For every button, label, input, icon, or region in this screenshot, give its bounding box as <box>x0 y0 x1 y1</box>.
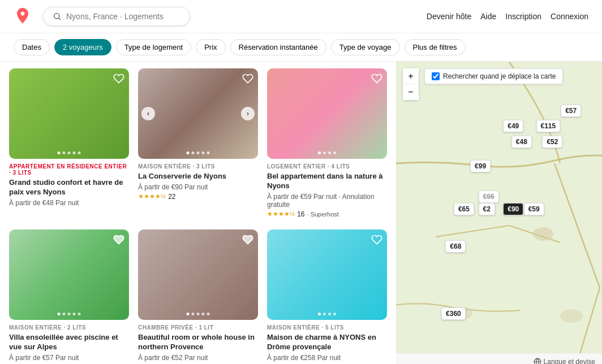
map-price-10[interactable]: €90 <box>503 203 523 215</box>
listing-price-5: À partir de €52 Par nuit <box>138 354 258 362</box>
map-price-1[interactable]: €49 <box>503 120 523 132</box>
stars-2: ★★★★½ <box>138 193 166 200</box>
listing-image-6 <box>267 229 387 320</box>
listing-rating-3: ★★★★½ 16 · Superhost <box>267 210 387 218</box>
map-background: + − Rechercher quand je déplace la carte… <box>396 62 602 364</box>
wishlist-button-1[interactable] <box>113 73 124 86</box>
search-input[interactable] <box>66 12 179 21</box>
airbnb-logo[interactable] <box>14 7 32 25</box>
listing-info-5: Chambre privée · 1 lit Beautiful room or… <box>138 320 258 364</box>
filter-reservation[interactable]: Réservation instantanée <box>230 39 326 55</box>
map-zoom-out[interactable]: − <box>403 84 419 100</box>
listing-info-4: Maison entière · 2 lits Villa ensoleillé… <box>9 320 129 364</box>
listing-image-5 <box>138 229 258 320</box>
listing-price-6: À partir de €258 Par nuit <box>267 354 387 362</box>
map-footer: Langue et devise <box>396 353 602 364</box>
listing-price-2: À partir de €90 Par nuit <box>138 183 258 191</box>
listing-image-1 <box>9 68 129 159</box>
superhost-badge-3: · Superhost <box>307 211 339 218</box>
listing-title-2: La Conserverie de Nyons <box>138 172 258 181</box>
svg-point-0 <box>54 14 59 19</box>
next-image-2[interactable]: › <box>241 107 255 120</box>
login-link[interactable]: Connexion <box>551 12 588 21</box>
search-icon <box>53 12 62 21</box>
rating-count-3: 16 <box>297 210 304 218</box>
header: Devenir hôte Aide Inscription Connexion <box>0 0 602 33</box>
listing-type-4: Maison entière · 2 lits <box>9 324 129 331</box>
listing-type-3: Logement entier · 4 lits <box>267 163 387 170</box>
rating-count-2: 22 <box>168 193 175 201</box>
listing-grid: Appartement en résidence entier · 3 lits… <box>9 68 387 364</box>
listing-price-3: À partir de €59 Par nuit · Annulation gr… <box>267 193 387 209</box>
listing-price-4: À partir de €57 Par nuit <box>9 354 129 362</box>
listing-card-4[interactable]: Maison entière · 2 lits Villa ensoleillé… <box>9 229 129 364</box>
main-content: Appartement en résidence entier · 3 lits… <box>0 62 602 364</box>
filter-bar: Dates 2 voyageurs Type de logement Prix … <box>0 33 602 62</box>
prev-image-2[interactable]: ‹ <box>141 107 155 120</box>
wishlist-button-5[interactable] <box>242 234 253 247</box>
filter-prix[interactable]: Prix <box>196 39 225 55</box>
header-nav: Devenir hôte Aide Inscription Connexion <box>427 12 588 21</box>
wishlist-button-3[interactable] <box>371 73 382 86</box>
listing-title-5: Beautiful room or whole house in norther… <box>138 333 258 352</box>
filter-voyage[interactable]: Type de voyage <box>331 39 400 55</box>
search-toggle-label: Rechercher quand je déplace la carte <box>443 72 556 80</box>
listing-info-2: Maison entière · 3 lits La Conserverie d… <box>138 159 258 203</box>
listing-type-5: Chambre privée · 1 lit <box>138 324 258 331</box>
listing-rating-2: ★★★★½ 22 <box>138 193 258 201</box>
listing-title-1: Grand studio confort et havre de paix ve… <box>9 178 129 197</box>
svg-point-2 <box>533 227 553 241</box>
map-zoom-in[interactable]: + <box>403 68 419 84</box>
map-price-4[interactable]: €48 <box>511 136 532 148</box>
map-price-2[interactable]: €115 <box>536 120 561 132</box>
map-price-5[interactable]: €52 <box>542 136 562 148</box>
signup-link[interactable]: Inscription <box>505 12 541 21</box>
map-price-7[interactable]: €95 <box>479 190 499 203</box>
filter-logement[interactable]: Type de logement <box>116 39 191 55</box>
listing-info-3: Logement entier · 4 lits Bel appartement… <box>267 159 387 220</box>
svg-point-5 <box>534 358 541 364</box>
listing-card-6[interactable]: Maison entière · 5 lits Maison de charme… <box>267 229 387 364</box>
lang-footer-label: Langue et devise <box>544 358 595 365</box>
listing-title-6: Maison de charme à NYONS en Drôme proven… <box>267 333 387 352</box>
filter-more[interactable]: Plus de filtres <box>405 39 466 55</box>
map-price-12[interactable]: €68 <box>445 240 466 253</box>
wishlist-button-4[interactable] <box>113 234 124 247</box>
filter-voyageurs[interactable]: 2 voyageurs <box>54 39 111 55</box>
svg-point-4 <box>560 309 583 323</box>
map-price-3[interactable]: €57 <box>561 105 581 117</box>
search-toggle-checkbox[interactable] <box>432 72 440 80</box>
map-price-9[interactable]: €2 <box>479 203 495 215</box>
map-panel: + − Rechercher quand je déplace la carte… <box>396 62 602 364</box>
map-price-6[interactable]: €99 <box>470 160 491 172</box>
listing-title-3: Bel appartement dans la nature à Nyons <box>267 172 387 191</box>
listing-type-1: Appartement en résidence entier · 3 lits <box>9 163 129 176</box>
listing-price-1: À partir de €48 Par nuit <box>9 199 129 207</box>
map-price-11[interactable]: €59 <box>524 203 544 215</box>
listing-title-4: Villa ensoleillée avec piscine et vue su… <box>9 333 129 352</box>
help-link[interactable]: Aide <box>480 12 496 21</box>
listing-info-6: Maison entière · 5 lits Maison de charme… <box>267 320 387 364</box>
listing-image-3 <box>267 68 387 159</box>
listing-image-4 <box>9 229 129 320</box>
become-host-link[interactable]: Devenir hôte <box>427 12 471 21</box>
listing-type-6: Maison entière · 5 lits <box>267 324 387 331</box>
map-controls: + − <box>403 68 419 100</box>
listing-card-3[interactable]: Logement entier · 4 lits Bel appartement… <box>267 68 387 220</box>
map-price-13[interactable]: €360 <box>441 307 466 320</box>
listing-card-2[interactable]: ‹ › Maison entière · 3 lits La Conserver… <box>138 68 258 220</box>
map-search-toggle[interactable]: Rechercher quand je déplace la carte <box>424 68 563 84</box>
wishlist-button-2[interactable] <box>242 73 253 86</box>
map-price-8[interactable]: €65 <box>454 203 474 215</box>
wishlist-button-6[interactable] <box>371 234 382 247</box>
listings-panel: Appartement en résidence entier · 3 lits… <box>0 62 396 364</box>
filter-dates[interactable]: Dates <box>14 39 50 55</box>
listing-card-5[interactable]: Chambre privée · 1 lit Beautiful room or… <box>138 229 258 364</box>
search-bar[interactable] <box>43 7 190 26</box>
globe-icon <box>534 358 541 365</box>
listing-card-1[interactable]: Appartement en résidence entier · 3 lits… <box>9 68 129 220</box>
listing-image-2: ‹ › <box>138 68 258 159</box>
stars-3: ★★★★½ <box>267 210 295 218</box>
listing-info-1: Appartement en résidence entier · 3 lits… <box>9 159 129 211</box>
listing-type-2: Maison entière · 3 lits <box>138 163 258 170</box>
